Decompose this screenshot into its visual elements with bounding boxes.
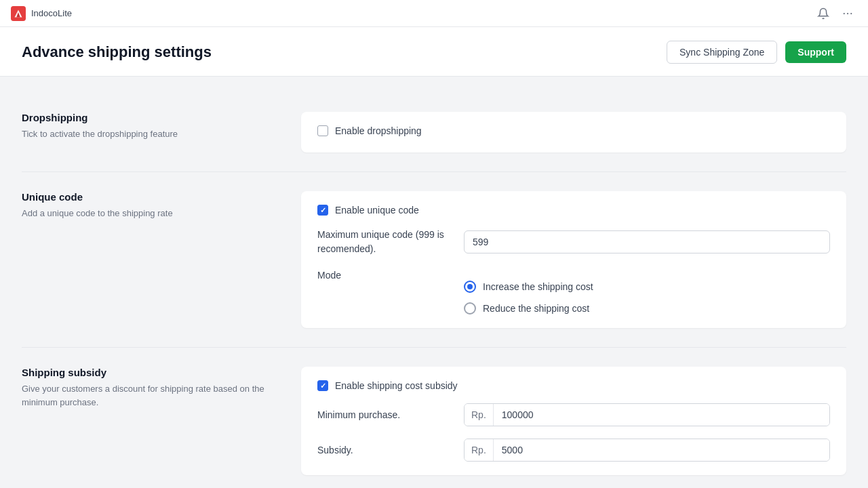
max-code-label: Maximum unique code (999 is recomended). [317,228,453,256]
more-options-icon[interactable] [838,4,857,23]
svg-point-5 [850,12,852,14]
dropshipping-title: Dropshipping [22,112,279,123]
subsidy-checkbox-row: Enable shipping cost subsidy [317,380,830,391]
mode-reduce-row: Reduce the shipping cost [464,302,593,314]
min-purchase-prefix: Rp. [465,404,494,426]
subsidy-checkbox[interactable] [317,380,328,391]
header-actions: Sync Shipping Zone Support [667,41,846,64]
unique-code-checkbox-row: Enable unique code [317,205,830,216]
min-purchase-input[interactable] [494,404,829,426]
dropshipping-content: Enable dropshipping [301,112,846,152]
min-purchase-row: Minimum purchase. Rp. [317,403,830,426]
dropshipping-checkbox-row: Enable dropshipping [317,125,830,136]
subsidy-amount-row: Subsidy. Rp. [317,439,830,462]
mode-increase-radio[interactable] [464,281,476,293]
subsidy-amount-label: Subsidy. [317,445,453,455]
subsidy-amount-input[interactable] [494,439,829,461]
unique-code-title: Unique code [22,191,279,203]
top-bar: IndocoLite [0,0,868,27]
shipping-subsidy-content: Enable shipping cost subsidy Minimum pur… [301,367,846,475]
shipping-subsidy-title: Shipping subsidy [22,367,279,378]
mode-reduce-label: Reduce the shipping cost [483,303,589,314]
dropshipping-checkbox-label: Enable dropshipping [335,125,422,136]
svg-point-4 [847,12,848,14]
dropshipping-description: Tick to activate the dropshipping featur… [22,127,279,141]
unique-code-section: Unique code Add a unique code to the shi… [22,172,846,348]
mode-increase-label: Increase the shipping cost [483,281,593,292]
page-header: Advance shipping settings Sync Shipping … [0,27,868,77]
min-purchase-label: Minimum purchase. [317,409,453,420]
main-content: Dropshipping Tick to activate the dropsh… [0,77,868,488]
app-logo-icon [11,6,26,21]
notification-icon[interactable] [814,4,833,23]
dropshipping-section: Dropshipping Tick to activate the dropsh… [22,93,846,172]
sync-shipping-zone-button[interactable]: Sync Shipping Zone [667,41,777,64]
max-code-row: Maximum unique code (999 is recomended). [317,228,830,256]
mode-radio-group: Increase the shipping cost Reduce the sh… [464,281,593,314]
mode-reduce-radio[interactable] [464,302,476,314]
mode-label: Mode [317,268,453,281]
subsidy-amount-prefix: Rp. [465,439,494,461]
shipping-subsidy-label: Shipping subsidy Give your customers a d… [22,367,279,475]
dropshipping-checkbox[interactable] [317,125,328,136]
unique-code-content: Enable unique code Maximum unique code (… [301,191,846,328]
dropshipping-label: Dropshipping Tick to activate the dropsh… [22,112,279,152]
shipping-subsidy-description: Give your customers a discount for shipp… [22,382,279,409]
unique-code-description: Add a unique code to the shipping rate [22,207,279,220]
svg-point-3 [844,12,845,14]
page-title: Advance shipping settings [22,43,212,61]
unique-code-label: Unique code Add a unique code to the shi… [22,191,279,328]
min-purchase-input-group: Rp. [464,403,830,426]
app-name: IndocoLite [31,8,72,18]
subsidy-checkbox-label: Enable shipping cost subsidy [335,380,458,391]
unique-code-checkbox-label: Enable unique code [335,205,419,216]
shipping-subsidy-section: Shipping subsidy Give your customers a d… [22,348,846,488]
unique-code-checkbox[interactable] [317,205,328,216]
mode-increase-row: Increase the shipping cost [464,281,593,293]
subsidy-amount-input-group: Rp. [464,439,830,462]
support-button[interactable]: Support [785,41,846,63]
max-code-input[interactable] [464,230,830,253]
mode-row: Mode Increase the shipping cost Reduce t… [317,268,830,314]
